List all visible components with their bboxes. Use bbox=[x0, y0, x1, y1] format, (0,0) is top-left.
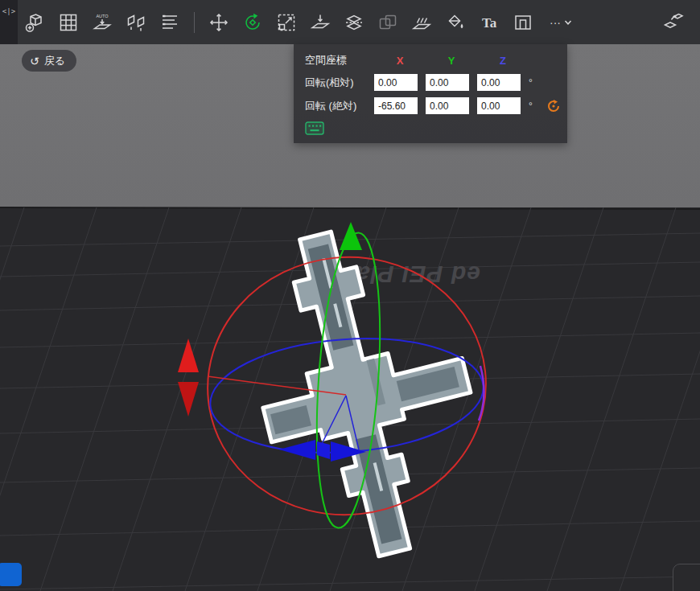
split-to-objects-button[interactable] bbox=[119, 6, 153, 39]
variable-layer-height-icon bbox=[159, 12, 180, 33]
absolute-rotation-label: 回転 (絶対) bbox=[305, 99, 374, 113]
back-arrow-icon: ↺ bbox=[30, 55, 39, 67]
collapse-sidebar-icon[interactable]: <|> bbox=[0, 0, 18, 44]
orange-rotate-reset-icon bbox=[546, 99, 561, 113]
lay-on-face-button[interactable] bbox=[303, 6, 337, 39]
axis-label-x: X bbox=[378, 55, 422, 67]
absolute-rotation-y-input[interactable] bbox=[426, 97, 469, 114]
mesh-boolean-icon bbox=[377, 12, 398, 33]
arrange-icon bbox=[58, 12, 79, 33]
rotate-tool-button[interactable] bbox=[236, 6, 270, 39]
move-icon bbox=[208, 12, 229, 33]
seam-paint-icon bbox=[513, 12, 533, 33]
more-tools-label: ··· bbox=[550, 16, 561, 29]
lay-on-face-icon bbox=[310, 12, 331, 33]
relative-rotation-unit: ° bbox=[529, 77, 541, 88]
relative-rotation-y-input[interactable] bbox=[426, 74, 469, 91]
chevron-down-icon bbox=[564, 19, 572, 26]
plate-thumbnail-badge[interactable] bbox=[0, 563, 22, 586]
auto-orient-button[interactable]: AUTO bbox=[85, 6, 119, 39]
absolute-rotation-x-input[interactable] bbox=[374, 97, 418, 114]
back-button-label: 戻る bbox=[44, 54, 65, 68]
more-tools-button[interactable]: ··· bbox=[540, 6, 582, 39]
add-object-icon bbox=[24, 12, 45, 33]
absolute-rotation-z-input[interactable] bbox=[477, 97, 521, 114]
mesh-boolean-button[interactable] bbox=[371, 6, 405, 39]
text-tool-icon: Ta bbox=[479, 12, 500, 33]
axis-label-z: Z bbox=[481, 55, 525, 67]
cut-tool-button[interactable] bbox=[337, 6, 371, 39]
assembly-view-icon bbox=[662, 11, 685, 34]
move-tool-button[interactable] bbox=[202, 6, 236, 39]
svg-text:AUTO: AUTO bbox=[96, 13, 109, 18]
absolute-rotation-unit: ° bbox=[529, 101, 541, 112]
relative-rotation-label: 回転(相対) bbox=[305, 76, 374, 90]
color-paint-button[interactable] bbox=[439, 6, 472, 39]
auto-orient-icon: AUTO bbox=[92, 12, 113, 33]
axis-label-y: Y bbox=[430, 55, 473, 67]
panel-title: 空間座標 bbox=[305, 53, 374, 68]
svg-text:Ta: Ta bbox=[482, 15, 497, 31]
scale-icon bbox=[276, 12, 297, 33]
reset-rotation-button[interactable] bbox=[546, 99, 561, 113]
color-paint-icon bbox=[445, 12, 466, 33]
rotate-icon bbox=[242, 12, 263, 33]
scale-tool-button[interactable] bbox=[270, 6, 303, 39]
support-paint-icon bbox=[411, 12, 432, 33]
arrange-button[interactable] bbox=[51, 6, 85, 39]
assembly-view-button[interactable] bbox=[657, 6, 690, 39]
keyboard-icon bbox=[305, 121, 324, 135]
numeric-keypad-button[interactable] bbox=[305, 121, 324, 135]
cut-icon bbox=[344, 12, 364, 33]
relative-rotation-z-input[interactable] bbox=[477, 74, 521, 91]
back-button[interactable]: ↺ 戻る bbox=[22, 50, 76, 72]
variable-layer-height-button[interactable] bbox=[153, 6, 187, 39]
seam-paint-button[interactable] bbox=[506, 6, 540, 39]
viewport-corner-widget[interactable] bbox=[673, 564, 700, 591]
rotate-tool-panel: 空間座標 X Y Z 回転(相対) ° 回転 (絶対) ° bbox=[294, 44, 567, 143]
add-object-button[interactable] bbox=[18, 6, 51, 39]
relative-rotation-x-input[interactable] bbox=[374, 74, 418, 91]
main-toolbar: <|> AUTO bbox=[0, 0, 700, 44]
split-to-objects-icon bbox=[126, 12, 146, 33]
support-paint-button[interactable] bbox=[405, 6, 439, 39]
text-tool-button[interactable]: Ta bbox=[472, 6, 506, 39]
toolbar-separator bbox=[194, 12, 195, 33]
